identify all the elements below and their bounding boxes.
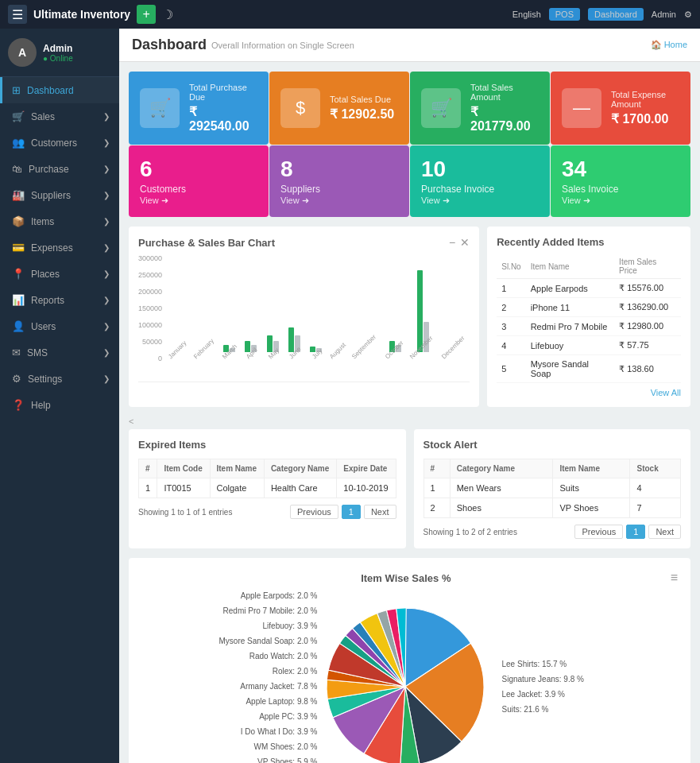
collapse-arrow[interactable]: < [129,416,690,426]
col-stock: Stock [630,459,681,478]
main-content: Dashboard Overall Information on Single … [119,29,700,763]
pie-label-right-0: Lee Shirts: 15.7 % [502,656,679,672]
r-name-1: iPhone 11 [526,298,614,317]
sidebar-icon-suppliers: 🏭 [12,189,25,201]
sidebar-item-suppliers[interactable]: 🏭Suppliers❯ [0,182,119,208]
sidebar-label-places: Places [31,269,60,280]
bar-group-january: January [167,352,189,362]
arrow-items: ❯ [103,217,110,226]
pie-label-left-4: Rado Watch: 2.0 % [141,649,318,664]
sidebar-item-items[interactable]: 📦Items❯ [0,208,119,234]
sidebar-icon-settings: ⚙ [12,373,21,385]
sidebar-icon-sms: ✉ [12,347,21,358]
recently-added-box: Recently Added Items Sl.No Item Name Ite… [487,227,690,407]
breadcrumb-home[interactable]: Home [664,40,687,49]
pie-label-left-0: Apple Earpods: 2.0 % [141,588,318,603]
bar-group-october: October [384,341,406,362]
sidebar-item-settings[interactable]: ⚙Settings❯ [0,366,119,392]
pos-button[interactable]: POS [549,8,580,21]
stat-value-2: ₹ 201779.00 [470,104,539,134]
e-cat-0: Health Care [264,478,336,498]
r-name-0: Apple Earpods [526,279,614,298]
gear-icon[interactable]: ⚙ [684,10,692,20]
recently-row-4: 5Mysore Sandal Soap₹ 138.60 [497,355,681,383]
s-stock-0: 4 [630,478,681,498]
stock-next[interactable]: Next [648,525,681,539]
sidebar-label-settings: Settings [28,374,62,385]
stock-alert-box: Stock Alert # Category Name Item Name St… [414,429,691,548]
sidebar-item-expenses[interactable]: 💳Expenses❯ [0,234,119,261]
stat-card-0: 🛒Total Purchase Due₹ 292540.00 [129,72,269,145]
arrow-places: ❯ [103,269,110,278]
pie-label-left-8: Apple PC: 3.9 % [141,709,318,724]
bar-group-february: February [192,352,218,362]
arrow-reports: ❯ [103,296,110,304]
r-name-2: Redmi Pro 7 Mobile [526,317,614,336]
col-price: Item Sales Price [614,254,681,279]
expired-page1[interactable]: 1 [342,505,361,519]
count-card-1: 8SuppliersView ➜ [269,145,409,217]
count-view-3[interactable]: View ➜ [562,196,679,206]
expired-prev[interactable]: Previous [290,505,338,519]
pie-label-right-3: Suits: 21.6 % [502,702,679,717]
sidebar-label-reports: Reports [31,295,64,306]
top-nav-left: ☰ Ultimate Inventory + ☽ [8,5,173,24]
sidebar-label-customers: Customers [31,137,77,149]
count-view-2[interactable]: View ➜ [421,196,539,206]
sidebar-menu: ⊞Dashboard🛒Sales❯👥Customers❯🛍Purchase❯🏭S… [0,77,119,418]
pie-menu-icon[interactable]: ≡ [671,571,678,585]
sidebar-label-purchase: Purchase [29,164,69,175]
stock-page1[interactable]: 1 [626,525,645,539]
breadcrumb: 🏠 Home [651,40,687,50]
user-name: Admin [43,43,73,54]
sidebar-item-purchase[interactable]: 🛍Purchase❯ [0,156,119,182]
user-info: Admin ● Online [43,43,73,63]
view-all-link[interactable]: View All [497,388,681,397]
minimize-icon[interactable]: − [449,236,455,249]
bar-label-0: January [167,339,188,360]
r-name-3: Lifebuoy [526,336,614,355]
count-card-2: 10Purchase InvoiceView ➜ [410,145,550,217]
s-item-0: Suits [553,478,630,498]
bar-chart-box: Purchase & Sales Bar Chart − ✕ 300000250… [129,227,479,407]
sidebar-item-users[interactable]: 👤Users❯ [0,313,119,339]
sidebar-label-items: Items [31,216,54,227]
pie-label-left-2: Lifebuoy: 3.9 % [141,618,318,633]
count-view-0[interactable]: View ➜ [140,196,257,206]
arrow-users: ❯ [103,322,110,331]
close-icon[interactable]: ✕ [460,236,470,249]
y-axis: 300000250000200000150000100000500000 [138,254,162,362]
count-number-0: 6 [140,157,257,182]
sidebar-item-sales[interactable]: 🛒Sales❯ [0,103,119,130]
pie-label-left-11: VP Shoes: 5.9 % [141,754,318,763]
admin-label: Admin [652,10,676,19]
stat-value-0: ₹ 292540.00 [189,104,257,134]
hamburger-button[interactable]: ☰ [8,5,27,24]
expired-pagination: Showing 1 to 1 of 1 entries Previous 1 N… [138,505,396,519]
r-price-0: ₹ 15576.00 [614,279,681,298]
chart-header: Purchase & Sales Bar Chart − ✕ [138,236,470,249]
moon-icon[interactable]: ☽ [162,7,173,22]
stats-grid: 🛒Total Purchase Due₹ 292540.00$Total Sal… [129,72,690,145]
sidebar-item-sms[interactable]: ✉SMS❯ [0,339,119,366]
stat-card-1: $Total Sales Due₹ 12902.50 [269,72,409,145]
add-button[interactable]: + [137,5,156,24]
language-selector[interactable]: English [512,10,541,19]
stock-title: Stock Alert [423,439,682,451]
col-code: Item Code [157,459,210,478]
stat-label-3: Total Expense Amount [611,90,679,109]
count-number-2: 10 [421,157,539,182]
dashboard-button[interactable]: Dashboard [588,8,644,21]
sidebar-item-help[interactable]: ❓Help [0,392,119,418]
sidebar-item-reports[interactable]: 📊Reports❯ [0,287,119,313]
expired-next[interactable]: Next [364,505,396,519]
bar-group-september: September [350,352,381,362]
sidebar-item-customers[interactable]: 👥Customers❯ [0,130,119,156]
recently-row-3: 4Lifebuoy₹ 57.75 [497,336,681,355]
sidebar-item-places[interactable]: 📍Places❯ [0,261,119,287]
col-name: Item Name [210,459,264,478]
r-price-4: ₹ 138.60 [614,355,681,383]
stock-prev[interactable]: Previous [574,525,623,539]
count-view-1[interactable]: View ➜ [280,196,398,206]
sidebar-item-dashboard[interactable]: ⊞Dashboard [0,77,119,103]
